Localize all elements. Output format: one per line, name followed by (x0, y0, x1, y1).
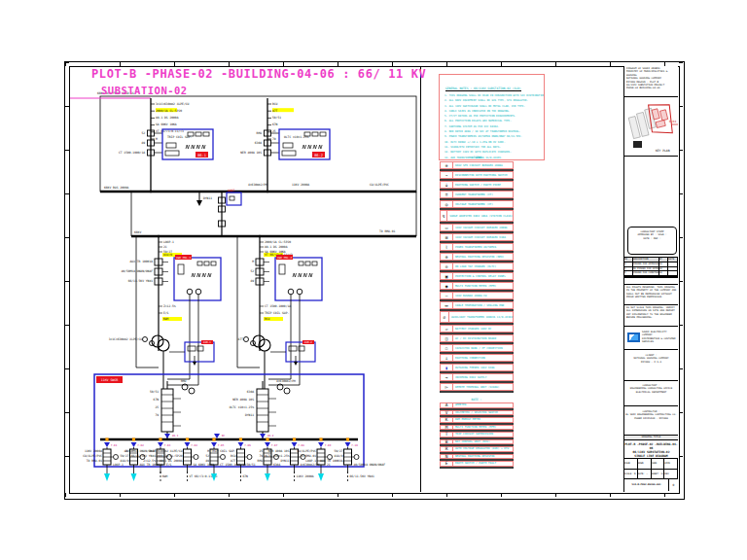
svg-text:2000/1A CL:5P20: 2000/1A CL:5P20 (156, 454, 182, 458)
svg-text:F-03: F-03 (164, 444, 171, 447)
svg-text:DYN11: DYN11 (245, 413, 254, 417)
svg-text:LOOP-1: LOOP-1 (113, 463, 124, 467)
svg-text:59/27: 59/27 (120, 454, 128, 458)
svg-text:TO RMU-01: TO RMU-01 (87, 459, 102, 463)
svg-text:CU/XLPE/PVC: CU/XLPE/PVC (297, 449, 316, 453)
svg-text:3x1Cx630mm2 XLPE/CU: 3x1Cx630mm2 XLPE/CU (109, 337, 143, 341)
svg-text:2000/1A CL:5P20: 2000/1A CL:5P20 (265, 240, 291, 244)
svg-text:F-08: F-08 (299, 444, 305, 447)
svg-text:50/51: 50/51 (150, 390, 159, 394)
svg-text:NER 400A 10S: NER 400A 10S (268, 449, 290, 453)
svg-text:89-1 DS 2000A: 89-1 DS 2000A (265, 245, 288, 249)
svg-text:630A: 630A (247, 390, 254, 394)
svg-text:M: M (156, 137, 158, 141)
svg-text:SA 60KV 10KA: SA 60KV 10KA (156, 122, 177, 126)
svg-text:52: 52 (205, 454, 209, 458)
svg-text:NER 400A 10S: NER 400A 10S (232, 398, 254, 402)
svg-text:81U/O: 81U/O (334, 454, 342, 458)
svg-text:BC: BC (222, 435, 226, 438)
svg-text:4x630mm2/PH: 4x630mm2/PH (276, 379, 296, 383)
svg-text:F-04: F-04 (192, 444, 198, 447)
drawing-sheet: PLOT-B -PHASE-02 -BUILDING-04-06 : 66/ 1… (0, 0, 747, 560)
svg-text:F-09: F-09 (325, 444, 332, 447)
svg-text:Z=12.5%: Z=12.5% (163, 304, 176, 308)
svg-text:RMU: RMU (257, 131, 263, 135)
svg-text:79: 79 (272, 137, 276, 141)
svg-text:50/51: 50/51 (272, 116, 281, 120)
svg-text:50/51: 50/51 (247, 463, 256, 467)
svg-text:86-1: 86-1 (197, 154, 206, 158)
svg-text:86-2: 86-2 (267, 435, 274, 438)
svg-text:66KV BUS 2000A: 66KV BUS 2000A (104, 186, 128, 190)
svg-text:F-05: F-05 (218, 444, 225, 447)
svg-text:79: 79 (155, 413, 159, 417)
svg-text:3x1Cx630mm2 XLPE/CU: 3x1Cx630mm2 XLPE/CU (149, 449, 183, 453)
svg-text:40/50MVA ONAN/ONAF: 40/50MVA ONAN/ONAF (121, 269, 153, 273)
svg-text:RMU: RMU (258, 459, 264, 463)
svg-text:TO RMU-01: TO RMU-01 (301, 454, 316, 458)
svg-text:M: M (207, 449, 209, 453)
svg-text:C&R PNL-2: C&R PNL-2 (277, 256, 292, 260)
svg-text:KWH: KWH (163, 317, 169, 321)
svg-text:11KV 2000A: 11KV 2000A (85, 449, 102, 453)
svg-text:TRIP COIL SUP.: TRIP COIL SUP. (265, 311, 289, 315)
svg-text:LOOP-1: LOOP-1 (163, 240, 174, 244)
svg-text:BCU: BCU (231, 454, 236, 458)
svg-text:AVR-1: AVR-1 (203, 341, 211, 344)
svg-text:52: 52 (250, 269, 254, 273)
svg-text:CU/XLPE/PVC: CU/XLPE/PVC (370, 183, 389, 187)
svg-text:630A: 630A (273, 463, 280, 467)
svg-text:AUX TR 100KVA: AUX TR 100KVA (320, 459, 343, 463)
svg-text:NER 400A 10S: NER 400A 10S (240, 151, 262, 155)
svg-text:630A: 630A (255, 141, 262, 145)
svg-text:66/11.5KV YNd1: 66/11.5KV YNd1 (350, 474, 374, 478)
svg-text:BCU: BCU (265, 317, 270, 321)
svg-text:2000/1A CL:5P20: 2000/1A CL:5P20 (156, 109, 182, 113)
svg-text:4x630mm2/PH: 4x630mm2/PH (248, 183, 267, 187)
svg-text:52: 52 (141, 131, 145, 135)
svg-text:CT 1500-1000/1A: CT 1500-1000/1A (119, 151, 145, 155)
svg-text:3x1Cx630mm2 XLPE/CU: 3x1Cx630mm2 XLPE/CU (156, 102, 190, 106)
svg-text:KWH: KWH (162, 474, 168, 478)
svg-text:89-1 DS 2000A: 89-1 DS 2000A (160, 459, 183, 463)
svg-text:F-10: F-10 (352, 444, 359, 447)
svg-text:TRIP COIL SUP.: TRIP COIL SUP. (211, 449, 235, 453)
svg-text:F-02: F-02 (138, 444, 145, 447)
svg-text:67N: 67N (243, 474, 249, 478)
svg-text:67N: 67N (154, 398, 160, 402)
svg-text:11KV 2000A: 11KV 2000A (297, 474, 314, 478)
svg-text:OLTC ±10x1.25%: OLTC ±10x1.25% (284, 135, 308, 139)
svg-text:AVR-2: AVR-2 (304, 341, 312, 344)
svg-text:89: 89 (205, 459, 209, 463)
svg-text:Z=12.5%: Z=12.5% (143, 459, 156, 463)
svg-text:11KV 2000A: 11KV 2000A (292, 183, 309, 187)
drawing-subtitle-text: SUBSTATION-02 (101, 85, 188, 96)
svg-text:89BT: 89BT (228, 189, 234, 192)
svg-text:66/11.5KV YNd1: 66/11.5KV YNd1 (131, 454, 156, 458)
svg-text:87T: 87T (238, 337, 244, 341)
svg-text:86-1: 86-1 (172, 435, 179, 438)
svg-text:RMU: RMU (181, 379, 187, 383)
svg-text:21: 21 (327, 463, 331, 467)
svg-text:87T: 87T (231, 459, 236, 463)
svg-text:81U/O: 81U/O (163, 253, 172, 257)
svg-text:CU/XLPE/PVC: CU/XLPE/PVC (83, 454, 102, 458)
svg-text:11KV SWGR: 11KV SWGR (101, 378, 118, 382)
svg-text:BCU: BCU (272, 102, 278, 106)
svg-text:66KV: 66KV (134, 230, 141, 234)
svg-text:79: 79 (259, 454, 263, 458)
svg-text:89: 89 (141, 141, 145, 145)
svg-text:DYN11: DYN11 (203, 196, 212, 200)
svg-text:OLTC ±10x1.25%: OLTC ±10x1.25% (265, 454, 289, 458)
svg-text:86-2: 86-2 (314, 154, 323, 158)
svg-text:C&R PNL-1: C&R PNL-1 (176, 256, 191, 260)
svg-text:66/11.5KV YNd1: 66/11.5KV YNd1 (128, 279, 153, 283)
svg-text:25: 25 (155, 405, 159, 409)
svg-text:DYN11: DYN11 (280, 459, 289, 463)
svg-text:67N: 67N (272, 122, 278, 126)
svg-text:M: M (252, 260, 254, 263)
svg-text:E/S: E/S (166, 463, 172, 467)
drawing-title-text: PLOT-B -PHASE-02 -BUILDING-04-06 : 66/ 1… (91, 67, 426, 81)
svg-text:LOOP-1: LOOP-1 (305, 459, 316, 463)
svg-text:21: 21 (163, 245, 167, 249)
